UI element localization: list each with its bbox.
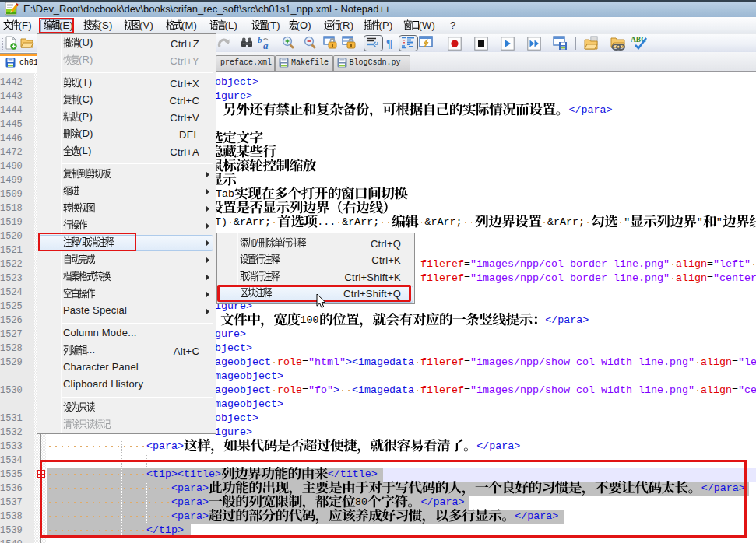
- svg-text:b: b: [258, 36, 262, 44]
- svg-text:a: a: [263, 40, 269, 51]
